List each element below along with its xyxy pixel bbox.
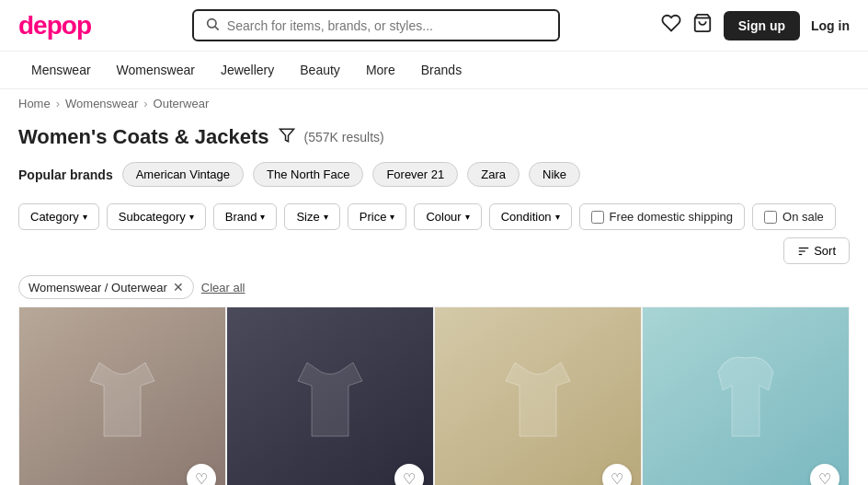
clear-all-button[interactable]: Clear all [201,281,246,294]
signup-button[interactable]: Sign up [724,11,800,40]
condition-filter[interactable]: Condition ▾ [489,203,572,230]
header-actions: Sign up Log in [661,11,850,40]
svg-line-1 [215,27,219,30]
popular-brands-label: Popular brands [18,167,113,182]
filters-bar: Category ▾ Subcategory ▾ Brand ▾ Size ▾ … [0,196,868,271]
favorites-button[interactable] [661,13,681,38]
breadcrumb: Home › Womenswear › Outerwear [0,89,868,118]
sort-button[interactable]: Sort [783,237,850,264]
remove-filter-button[interactable]: ✕ [173,280,184,294]
page-title: Women's Coats & Jackets [18,125,269,149]
brand-pill-forever21[interactable]: Forever 21 [372,162,458,187]
brand-pill-zara[interactable]: Zara [467,162,520,187]
brand-filter[interactable]: Brand ▾ [213,203,278,230]
search-input[interactable] [227,18,547,33]
breadcrumb-womenswear[interactable]: Womenswear [65,97,138,110]
price-arrow-icon: ▾ [390,212,394,222]
brand-arrow-icon: ▾ [260,212,265,222]
main-nav: Menswear Womenswear Jewellery Beauty Mor… [0,52,868,89]
breadcrumb-outerwear[interactable]: Outerwear [154,97,210,110]
login-button[interactable]: Log in [811,18,850,33]
nav-item-jewellery[interactable]: Jewellery [208,52,287,88]
product-image [19,307,225,485]
price-filter[interactable]: Price ▾ [348,203,407,230]
brand-pill-nike[interactable]: Nike [529,162,580,187]
nav-item-brands[interactable]: Brands [408,52,474,88]
condition-arrow-icon: ▾ [555,212,560,222]
brand-pill-north-face[interactable]: The North Face [253,162,363,187]
popular-brands: Popular brands American Vintage The Nort… [0,153,868,196]
product-image [227,307,433,485]
subcategory-filter[interactable]: Subcategory ▾ [107,203,206,230]
colour-arrow-icon: ▾ [465,212,470,222]
search-bar [192,9,560,41]
size-arrow-icon: ▾ [324,212,328,222]
subcategory-arrow-icon: ▾ [189,212,194,222]
product-card[interactable]: ♡ $12.00 L [18,306,226,485]
svg-marker-3 [280,129,293,142]
logo[interactable]: depop [18,11,91,40]
product-card[interactable]: ♡ $8.00 One size [642,306,850,485]
free-shipping-filter[interactable]: Free domestic shipping [579,203,745,230]
nav-item-womenswear[interactable]: Womenswear [104,52,208,88]
nav-item-more[interactable]: More [353,52,408,88]
breadcrumb-home[interactable]: Home [18,97,51,110]
product-image [435,307,641,485]
free-shipping-checkbox[interactable] [591,211,604,224]
title-filter-icon[interactable] [279,127,295,148]
category-filter[interactable]: Category ▾ [18,203,99,230]
product-image [643,307,849,485]
results-count: (557K results) [304,130,384,144]
on-sale-checkbox[interactable] [764,211,777,224]
size-filter[interactable]: Size ▾ [284,203,339,230]
nav-item-beauty[interactable]: Beauty [287,52,353,88]
cart-button[interactable] [692,13,713,38]
colour-filter[interactable]: Colour ▾ [414,203,481,230]
page-title-section: Women's Coats & Jackets (557K results) [0,118,868,153]
active-filters: Womenswear / Outerwear ✕ Clear all [0,271,868,306]
nav-item-menswear[interactable]: Menswear [18,52,104,88]
product-card[interactable]: ♡ $15.00 M [434,306,642,485]
on-sale-filter[interactable]: On sale [752,203,836,230]
product-grid: ♡ $12.00 L ♡ $17.00 S ♡ $15.00 M [0,306,868,485]
category-arrow-icon: ▾ [83,212,87,222]
brand-pill-american-vintage[interactable]: American Vintage [122,162,244,187]
svg-point-0 [207,19,215,28]
search-icon [205,17,220,34]
active-filter-tag: Womenswear / Outerwear ✕ [18,275,194,299]
product-card[interactable]: ♡ $17.00 S [226,306,434,485]
header: depop Sign up Log in [0,0,868,52]
sort-icon [797,245,810,258]
